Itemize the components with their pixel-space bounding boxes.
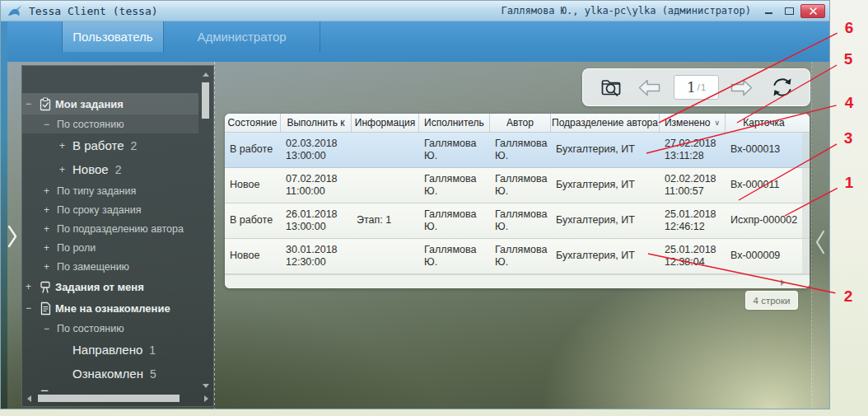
expand-expander-icon[interactable]: + — [44, 261, 57, 273]
column-header-label: Подразделение автора — [552, 117, 658, 129]
refresh-button[interactable] — [769, 75, 796, 100]
column-header-label: Карточка — [743, 117, 784, 129]
table-cell — [352, 168, 419, 203]
cell-line: 12:30:00 — [286, 256, 347, 269]
minimize-button[interactable] — [759, 4, 777, 18]
folder-search-button[interactable] — [600, 77, 623, 99]
table-row[interactable]: В работе26.01.201813:00:00Этап: 1Галлямо… — [225, 203, 810, 239]
sidebar-item[interactable]: −По состоянию — [22, 319, 198, 338]
tab-administrator-label: Администратор — [197, 30, 286, 44]
collapse-right-panel-chevron[interactable] — [814, 228, 826, 259]
table-cell: В работе — [225, 203, 281, 238]
previous-page-button[interactable] — [637, 77, 662, 98]
sidebar-splitter[interactable] — [214, 62, 215, 409]
column-header[interactable]: Исполнитель — [419, 114, 490, 132]
cell-line: Галлямова — [424, 138, 485, 151]
sidebar-horizontal-scrollbar[interactable] — [27, 394, 192, 403]
scrollbar-thumb[interactable] — [38, 395, 180, 402]
cell-line: Галлямова — [495, 138, 546, 151]
scroll-down-icon[interactable] — [203, 384, 209, 388]
sidebar-item[interactable]: +По сроку задания — [22, 200, 198, 219]
sidebar-vertical-scrollbar[interactable] — [201, 72, 210, 388]
sidebar-item[interactable]: +По подразделению автора — [22, 219, 198, 238]
table-cell: ГаллямоваЮ. — [490, 203, 551, 238]
column-header[interactable]: Информация — [352, 114, 419, 132]
sidebar-item-partial[interactable] — [22, 386, 198, 391]
scroll-up-icon[interactable] — [203, 72, 209, 77]
cell-line: Галлямова — [495, 244, 546, 257]
sidebar-item[interactable]: +Задания от меня — [22, 276, 198, 297]
table-body: В работе02.03.201813:00:00ГаллямоваЮ.Гал… — [225, 133, 810, 274]
table-cell — [352, 239, 419, 273]
sort-descending-icon[interactable]: ∨ — [715, 119, 721, 127]
collapse-expander-icon[interactable]: − — [44, 323, 57, 334]
row-count-badge: 4 строки — [745, 291, 798, 310]
scroll-right-icon[interactable] — [781, 279, 785, 286]
table-cell: Бухгалтерия, ИТ — [551, 239, 660, 273]
table-cell: 27.02.201813:11:28 — [660, 133, 726, 167]
tab-user[interactable]: Пользователь — [63, 21, 163, 52]
expand-expander-icon[interactable]: + — [44, 204, 57, 216]
collapse-expander-icon[interactable]: − — [44, 119, 57, 130]
sidebar-item[interactable]: +В работе2 — [22, 133, 198, 157]
expand-expander-icon[interactable]: + — [44, 223, 57, 235]
expand-expander-icon[interactable]: + — [59, 164, 72, 175]
cell-line: В работе — [230, 143, 276, 157]
scroll-right-icon[interactable] — [204, 395, 208, 402]
scrollbar-thumb[interactable] — [202, 82, 209, 119]
column-header[interactable]: Состояние — [225, 114, 281, 132]
window-title: Tessa Client (tessa) — [29, 5, 158, 17]
sidebar-item[interactable]: −По состоянию — [22, 115, 198, 133]
sidebar-item[interactable]: −Мне на ознакомление — [22, 297, 198, 319]
table-row[interactable]: Новое07.02.201811:00:00ГаллямоваЮ.Галлям… — [225, 168, 810, 203]
table-cell: Бухгалтерия, ИТ — [551, 168, 660, 203]
column-header[interactable]: Подразделение автора — [551, 114, 660, 132]
expand-expander-icon[interactable]: + — [26, 281, 39, 292]
cell-line: Ю. — [495, 256, 546, 269]
table-cell: 07.02.201811:00:00 — [281, 168, 352, 203]
column-header[interactable]: Карточка — [726, 114, 802, 132]
expand-expander-icon[interactable]: + — [44, 185, 57, 197]
next-page-button[interactable] — [729, 77, 754, 98]
table-vertical-scrollbar[interactable] — [802, 133, 810, 274]
cell-line: Вх-000011 — [730, 179, 797, 192]
cell-line: 11:00:00 — [286, 185, 347, 199]
item-count-badge: 2 — [131, 139, 138, 152]
page-indicator[interactable]: 1 / 1 — [674, 75, 719, 100]
collapse-expander-icon[interactable]: − — [26, 98, 39, 110]
expand-expander-icon[interactable]: + — [59, 140, 72, 152]
table-row[interactable]: В работе02.03.201813:00:00ГаллямоваЮ.Гал… — [225, 133, 810, 168]
column-header[interactable]: Изменено∨ — [660, 114, 726, 132]
sidebar-item[interactable]: +Новое2 — [22, 157, 198, 181]
cell-line: Бухгалтерия, ИТ — [556, 143, 655, 157]
tessa-logo-icon — [7, 5, 22, 17]
sidebar-item[interactable]: Ознакомлен5 — [22, 362, 198, 386]
sidebar-item[interactable]: Направлено1 — [22, 338, 198, 362]
arrow-left-icon — [637, 77, 662, 98]
cell-line: Этап: 1 — [357, 214, 414, 227]
sidebar-item[interactable]: −Мои задания — [22, 93, 198, 115]
column-header[interactable]: Выполнить к — [281, 114, 352, 132]
cell-line: 12:38:04 — [665, 256, 721, 269]
cell-line: 27.02.2018 — [665, 138, 721, 151]
expand-expander-icon[interactable]: + — [44, 242, 57, 254]
table-horizontal-scrollbar[interactable] — [225, 274, 810, 288]
table-cell: ГаллямоваЮ. — [419, 133, 490, 167]
scroll-left-icon[interactable] — [27, 395, 31, 402]
maximize-button[interactable] — [780, 4, 798, 18]
annotation-number-5: 5 — [844, 50, 853, 68]
sidebar-item-label: Мне на ознакомление — [55, 302, 170, 315]
window-left-accent — [1, 21, 7, 409]
sidebar-item[interactable]: +По замещению — [22, 257, 198, 276]
table-row[interactable]: Новое30.01.201812:30:00ГаллямоваЮ.Галлям… — [225, 239, 810, 274]
sidebar-item[interactable]: +По роли — [22, 238, 198, 257]
collapse-expander-icon[interactable]: − — [26, 302, 39, 314]
close-button[interactable] — [800, 4, 825, 18]
tab-administrator[interactable]: Администратор — [164, 21, 320, 52]
table-cell: ГаллямоваЮ. — [419, 168, 490, 203]
table-cell: ГаллямоваЮ. — [490, 133, 551, 167]
column-header[interactable]: Автор — [490, 114, 551, 132]
collapse-left-panel-chevron[interactable] — [7, 223, 19, 253]
cell-line: Галлямова — [495, 208, 546, 222]
sidebar-item[interactable]: +По типу задания — [22, 181, 198, 200]
